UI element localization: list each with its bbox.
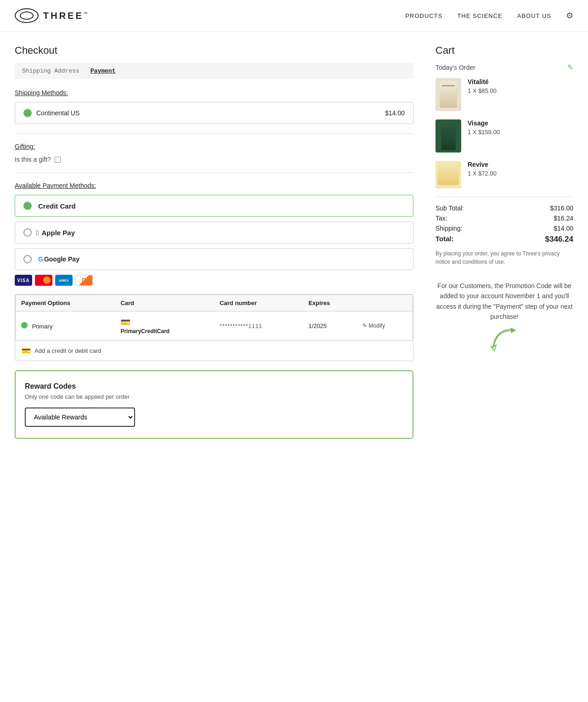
breadcrumb-shipping[interactable]: Shipping Address — [22, 68, 79, 74]
settings-icon[interactable]: ⚙ — [566, 11, 573, 21]
cart-item-visage: Visage 1 X $159.00 — [435, 119, 573, 153]
payment-methods-section: Available Payment Methods: Credit Card … — [15, 182, 413, 286]
cart-item-info-vitalite: Vitalité 1 X $85.00 — [468, 78, 573, 94]
col-card: Card — [115, 295, 214, 311]
breadcrumb-payment[interactable]: Payment — [90, 68, 116, 74]
divider-2 — [15, 172, 413, 173]
logo-oval-icon — [15, 8, 39, 23]
product-image-revive — [435, 161, 461, 188]
cart-item-info-revive: Revíve 1 X $72.00 — [468, 161, 573, 177]
total-value: $346.24 — [545, 235, 573, 244]
card-modify-cell: ✎ Modify — [357, 311, 413, 340]
right-column: Cart Today's Order ✎ Vitalité 1 X $85.00… — [435, 45, 573, 439]
product-shape-vitalite — [440, 81, 457, 108]
main-content: Checkout Shipping Address Payment Shippi… — [0, 32, 588, 452]
payment-table: Payment Options Card Card number Expires… — [15, 294, 413, 340]
shipping-name: Continental US — [23, 109, 79, 117]
visa-icon: VISA — [15, 275, 32, 286]
gifting-question: Is this a gift? — [15, 156, 51, 163]
radio-primary-icon — [21, 322, 28, 328]
logo-text: THREE™ — [43, 11, 90, 21]
amex-icon: AMEX — [55, 275, 73, 286]
payment-table-wrapper: Payment Options Card Card number Expires… — [15, 294, 413, 361]
cart-item-name-visage: Visage — [468, 119, 573, 127]
nav-the-science[interactable]: THE SCIENCE — [457, 12, 502, 19]
cart-notice: By placing your order, you agree to Thre… — [435, 249, 573, 266]
promo-callout: For our Customers, the Promotion Code wi… — [435, 281, 573, 354]
col-card-number: Card number — [214, 295, 303, 311]
radio-apple-pay-icon — [23, 228, 32, 237]
gifting-label: Gifting: — [15, 143, 413, 150]
credit-card-label: Credit Card — [38, 202, 76, 210]
add-card-icon: 💳 — [22, 346, 31, 355]
radio-selected-icon — [23, 109, 32, 117]
table-row: Primary 💳 PrimaryCreditCard ***********1… — [16, 311, 413, 340]
payment-option-google-pay[interactable]: G Google Pay — [15, 248, 413, 270]
payment-option-credit-card[interactable]: Credit Card — [15, 195, 413, 217]
shipping-methods-section: Shipping Methods: Continental US $14.00 — [15, 89, 413, 124]
subtotal-value: $316.00 — [550, 204, 573, 212]
reward-codes-section: Reward Codes Only one code can be applie… — [15, 370, 413, 439]
breadcrumb: Shipping Address Payment — [15, 63, 413, 79]
gifting-row: Is this a gift? — [15, 156, 413, 163]
shipping-option-continental[interactable]: Continental US $14.00 — [15, 102, 413, 124]
available-rewards-dropdown[interactable]: Available Rewards — [25, 408, 135, 427]
col-action — [357, 295, 413, 311]
discover-icon: D — [75, 275, 93, 286]
product-image-vitalite — [435, 78, 461, 111]
logo-area: THREE™ — [15, 8, 90, 23]
add-card-row[interactable]: 💳 Add a credit or debit card — [15, 340, 413, 361]
total-row: Total: $346.24 — [435, 235, 573, 244]
masked-card-number: ***********1111 — [220, 323, 262, 329]
card-chip-icon: 💳 — [120, 317, 209, 327]
radio-credit-card-icon — [23, 202, 32, 210]
cart-item-revive: Revíve 1 X $72.00 — [435, 161, 573, 188]
mastercard-circle-icon — [43, 277, 51, 284]
apple-pay-label: Apple Pay — [41, 229, 75, 237]
cart-item-price-revive: 1 X $72.00 — [468, 170, 573, 177]
col-payment-options: Payment Options — [16, 295, 115, 311]
cart-today-order: Today's Order ✎ — [435, 63, 573, 72]
pencil-icon: ✎ — [362, 323, 367, 329]
shipping-row-label: Shipping: — [435, 225, 462, 232]
col-expires: Expires — [303, 295, 356, 311]
nav-about-us[interactable]: ABOUT US — [517, 12, 551, 19]
cart-item-info-visage: Visage 1 X $159.00 — [468, 119, 573, 136]
cart-item-vitalite: Vitalité 1 X $85.00 — [435, 78, 573, 111]
card-brand-icons: VISA AMEX D — [15, 275, 413, 286]
card-info: 💳 PrimaryCreditCard — [115, 311, 214, 340]
payment-option-apple-pay[interactable]:  Apple Pay — [15, 221, 413, 243]
logo-inner-oval-icon — [20, 11, 34, 20]
mastercard-icon — [35, 275, 52, 286]
reward-title: Reward Codes — [25, 382, 403, 391]
cart-divider — [435, 197, 573, 197]
tax-row: Tax: $16.24 — [435, 215, 573, 222]
payment-methods-label: Available Payment Methods: — [15, 182, 413, 189]
shipping-row-value: $14.00 — [554, 225, 573, 232]
nav-products[interactable]: PRODUCTS — [405, 12, 442, 19]
google-g-icon: G — [38, 255, 43, 263]
gifting-checkbox[interactable] — [55, 157, 61, 163]
card-name: PrimaryCreditCard — [120, 328, 209, 334]
divider-1 — [15, 133, 413, 134]
card-number-cell: ***********1111 — [214, 311, 303, 340]
cart-item-name-vitalite: Vitalité — [468, 78, 573, 85]
subtotal-row: Sub Total: $316.00 — [435, 204, 573, 212]
product-shape-visage — [441, 122, 456, 150]
shipping-row: Shipping: $14.00 — [435, 225, 573, 232]
promo-arrow — [435, 327, 573, 354]
cart-item-name-revive: Revíve — [468, 161, 573, 168]
card-expires-cell: 1/2025 — [303, 311, 356, 340]
cart-item-price-visage: 1 X $159.00 — [468, 129, 573, 136]
reward-subtitle: Only one code can be applied per order — [25, 393, 403, 400]
apple-icon:  — [36, 229, 39, 237]
shipping-price: $14.00 — [385, 109, 405, 117]
product-image-visage — [435, 119, 461, 153]
left-column: Checkout Shipping Address Payment Shippi… — [15, 45, 413, 439]
promo-text: For our Customers, the Promotion Code wi… — [435, 281, 573, 322]
subtotal-label: Sub Total: — [435, 204, 464, 212]
checkout-title: Checkout — [15, 45, 413, 57]
edit-order-icon[interactable]: ✎ — [567, 63, 573, 72]
modify-button[interactable]: ✎ Modify — [362, 323, 385, 329]
payment-option-primary: Primary — [16, 311, 115, 340]
